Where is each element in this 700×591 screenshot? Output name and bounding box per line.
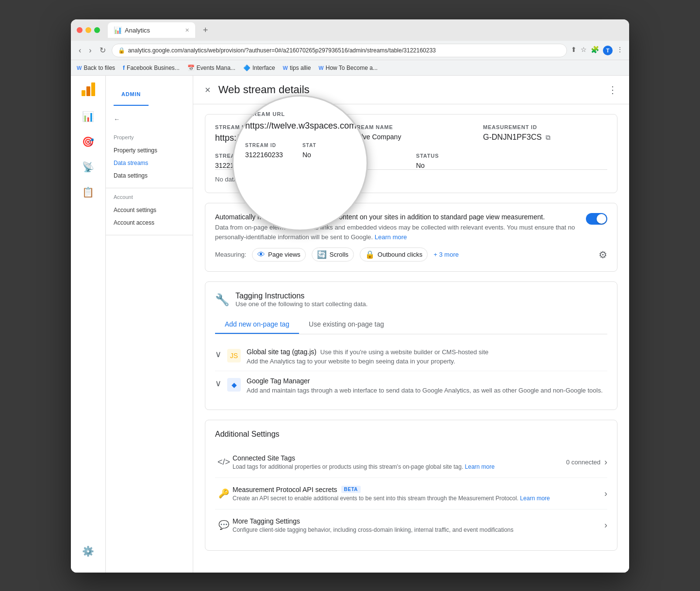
connected-tags-learn-more[interactable]: Learn more: [465, 463, 495, 470]
enhanced-desc: Data from on-page elements such as links…: [215, 223, 586, 242]
measurement-id-value: G-DNJN1PF3CS ⧉: [483, 133, 607, 142]
user-avatar[interactable]: T: [603, 46, 613, 55]
sidebar-settings-button[interactable]: ⚙️: [77, 540, 100, 563]
scrolls-icon: 🔄: [317, 250, 327, 259]
bookmark-fb-icon: f: [123, 65, 125, 71]
browser-tab[interactable]: 📊 Analytics ✕: [108, 22, 195, 38]
toggle-thumb: [597, 214, 606, 224]
more-tagging-item[interactable]: 💬 More Tagging Settings Configure client…: [215, 509, 607, 541]
gtag-icon-badge: JS: [227, 349, 241, 362]
stream-status-label: STATUS: [416, 153, 607, 159]
copy-measurement-id-button[interactable]: ⧉: [546, 133, 550, 142]
more-tagging-icon: 💬: [215, 516, 233, 534]
bookmark-icon[interactable]: ☆: [581, 46, 587, 55]
admin-item-property-settings[interactable]: Property settings: [114, 144, 185, 157]
measurement-id-label: MEASUREMENT ID: [483, 124, 607, 130]
admin-item-data-streams[interactable]: Data streams: [114, 157, 185, 169]
admin-item-account-settings[interactable]: Account settings: [114, 204, 185, 216]
bookmark-tips[interactable]: W tips allie: [283, 65, 311, 71]
main-area: 📊 🎯 📡 📋 ⚙️ ADMIN: [71, 76, 629, 573]
new-tab-button[interactable]: +: [199, 25, 212, 35]
gtag-desc: Add the Analytics tag to your website to…: [247, 358, 488, 365]
measuring-label: Measuring:: [215, 251, 246, 258]
security-icon: 🔒: [118, 47, 125, 54]
page-views-badge: 👁 Page views: [252, 248, 305, 262]
more-tagging-title: More Tagging Settings: [233, 517, 604, 525]
measurement-protocol-item[interactable]: 🔑 Measurement Protocol API secrets BETA …: [215, 478, 607, 509]
forward-button[interactable]: ›: [87, 44, 93, 57]
admin-account-section: Account Account settings Account access: [106, 188, 193, 235]
share-icon[interactable]: ⬆: [571, 46, 577, 55]
stream-status-value: No: [416, 162, 607, 169]
bookmark-icon-w: W: [77, 65, 82, 71]
measurement-protocol-learn-more[interactable]: Learn more: [520, 495, 550, 502]
bookmark-events[interactable]: 📅 Events Mana...: [187, 65, 235, 71]
menu-icon[interactable]: ⋮: [617, 46, 623, 55]
more-tagging-desc: Configure client-side tagging behavior, …: [233, 526, 604, 533]
enhanced-settings-gear[interactable]: ⚙: [599, 249, 607, 261]
admin-section-account-title: Account: [114, 194, 185, 200]
tagging-tab-bar: Add new on-page tag Use existing on-page…: [215, 315, 607, 334]
bookmark-label: Interface: [252, 65, 275, 71]
back-button[interactable]: ‹: [77, 44, 83, 57]
enhanced-toggle[interactable]: [586, 213, 607, 225]
gtm-icon-badge: ◆: [227, 378, 241, 392]
gtm-desc: Add and maintain tags through a web inte…: [247, 387, 603, 394]
stream-more-button[interactable]: ⋮: [608, 84, 617, 96]
learn-more-link-enhanced[interactable]: Learn more: [375, 233, 407, 241]
admin-panel: ADMIN ← Property Property settings Data …: [106, 76, 193, 573]
url-bar[interactable]: 🔒 analytics.google.com/analytics/web/pro…: [112, 44, 567, 57]
connected-tags-desc: Load tags for additional properties or p…: [233, 463, 566, 470]
admin-item-data-settings[interactable]: Data settings: [114, 169, 185, 182]
tab-title: Analytics: [125, 27, 150, 34]
gtag-title: Global site tag (gtag.js) Use this if yo…: [247, 348, 488, 356]
tagging-desc: Use one of the following to start collec…: [235, 300, 367, 308]
gtm-title: Google Tag Manager: [247, 377, 603, 385]
sidebar-item-home[interactable]: 📊: [77, 105, 100, 128]
sidebar-item-admin[interactable]: 📋: [77, 181, 100, 204]
admin-property-section: Property Property settings Data streams …: [106, 129, 193, 188]
more-tagging-content: More Tagging Settings Configure client-s…: [233, 517, 604, 533]
stream-name-item: STREAM NAME Twelve Company: [349, 124, 473, 143]
sidebar-item-advertising[interactable]: 📡: [77, 155, 100, 179]
maximize-traffic-light[interactable]: [94, 27, 100, 33]
gtm-content: Google Tag Manager Add and maintain tags…: [247, 377, 603, 394]
tab-add-new-tag[interactable]: Add new on-page tag: [215, 315, 299, 334]
bookmark-facebook[interactable]: f Facebook Busines...: [123, 65, 180, 71]
tab-use-existing-tag[interactable]: Use existing on-page tag: [299, 315, 394, 334]
magnifier-overlay: STREAM URL https://twelve.w3spaces.com S…: [232, 95, 368, 231]
stream-header: × Web stream details ⋮: [193, 76, 629, 104]
outbound-clicks-icon: 🔒: [365, 250, 375, 259]
extension-icon[interactable]: 🧩: [591, 46, 599, 55]
stream-close-button[interactable]: ×: [205, 84, 211, 96]
tagging-header: 🔧 Tagging Instructions Use one of the fo…: [215, 292, 607, 308]
close-traffic-light[interactable]: [77, 27, 83, 33]
outbound-clicks-badge: 🔒 Outbound clicks: [360, 247, 428, 262]
sidebar-item-explore[interactable]: 🎯: [77, 130, 100, 153]
magnifier-row2: STREAM ID 3122160233 STAT No: [245, 143, 355, 159]
gtm-expand-icon: ∨: [215, 378, 221, 389]
admin-item-account-access[interactable]: Account access: [114, 216, 185, 229]
gtag-option[interactable]: ∨ JS Global site tag (gtag.js) Use this …: [215, 342, 607, 371]
bookmark-interface[interactable]: 🔷 Interface: [243, 65, 275, 71]
analytics-logo: [81, 82, 96, 97]
additional-settings-title: Additional Settings: [215, 430, 607, 439]
address-bar: ‹ › ↻ 🔒 analytics.google.com/analytics/w…: [71, 41, 629, 60]
tab-favicon: 📊: [114, 26, 122, 34]
back-arrow-icon: ←: [114, 115, 120, 123]
connected-site-tags-item[interactable]: </> Connected Site Tags Load tags for ad…: [215, 446, 607, 478]
admin-section-property-title: Property: [114, 134, 185, 140]
svg-rect-1: [86, 86, 90, 96]
measurement-protocol-desc: Create an API secret to enable additiona…: [233, 495, 604, 502]
stream-name-label: STREAM NAME: [349, 124, 473, 130]
bookmark-back-to-files[interactable]: W Back to files: [77, 65, 115, 71]
tab-close-button[interactable]: ✕: [185, 27, 189, 33]
svg-rect-0: [82, 90, 85, 96]
reload-button[interactable]: ↻: [98, 44, 108, 57]
back-button-admin[interactable]: ←: [106, 110, 193, 129]
more-badges-button[interactable]: + 3 more: [433, 251, 459, 258]
minimize-traffic-light[interactable]: [85, 27, 91, 33]
bookmark-how-to[interactable]: W How To Become a...: [318, 65, 378, 71]
gtm-option[interactable]: ∨ ◆ Google Tag Manager Add and maintain …: [215, 371, 607, 400]
gtag-expand-icon: ∨: [215, 349, 221, 360]
